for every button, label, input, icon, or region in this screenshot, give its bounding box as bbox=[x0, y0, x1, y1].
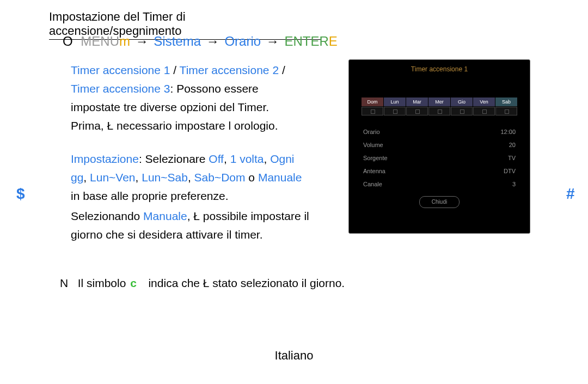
opt-sabdom: Sab~Dom bbox=[194, 171, 246, 184]
setting-value: 3 bbox=[512, 181, 516, 187]
breadcrumb-menu: MENU bbox=[81, 34, 119, 48]
note-c-icon: c bbox=[130, 277, 137, 289]
days-checkbox-row bbox=[349, 107, 530, 115]
setting-row-sorgente[interactable]: Sorgente TV bbox=[349, 151, 530, 164]
breadcrumb-sep-1: → bbox=[136, 34, 149, 48]
note-n: N bbox=[60, 277, 68, 289]
days-header-row: Dom Lun Mar Mer Gio Ven Sab bbox=[349, 97, 530, 106]
para2-o: o bbox=[246, 171, 258, 184]
setting-value: TV bbox=[508, 155, 516, 161]
day-head-mar[interactable]: Mar bbox=[406, 97, 428, 106]
timer-panel: Timer accensione 1 Dom Lun Mar Mer Gio V… bbox=[348, 59, 530, 234]
slash-2: / bbox=[279, 64, 285, 76]
breadcrumb-sistema: Sistema bbox=[154, 34, 201, 48]
day-checkbox[interactable] bbox=[428, 107, 450, 115]
c1: , bbox=[224, 153, 230, 165]
breadcrumb-orario: Orario bbox=[224, 34, 261, 48]
day-head-sab[interactable]: Sab bbox=[495, 97, 517, 106]
paragraph-1: Timer accensione 1 / Timer accensione 2 … bbox=[71, 61, 294, 135]
para2-rest1: in base alle proprie preferenze. bbox=[71, 190, 229, 202]
setting-label: Sorgente bbox=[363, 155, 388, 161]
day-checkbox[interactable] bbox=[473, 107, 495, 115]
opt-off: Off bbox=[209, 153, 224, 165]
setting-label: Orario bbox=[363, 129, 380, 135]
c3: , bbox=[83, 171, 90, 184]
opt-1volta: 1 volta bbox=[230, 153, 264, 165]
setting-row-antenna[interactable]: Antenna DTV bbox=[349, 164, 530, 178]
day-checkbox[interactable] bbox=[384, 107, 406, 115]
c4: , bbox=[136, 171, 142, 184]
opt-lunven: Lun~Ven bbox=[90, 171, 136, 184]
next-page-icon[interactable]: # bbox=[566, 185, 575, 203]
setting-row-volume[interactable]: Volume 20 bbox=[349, 138, 530, 151]
panel-title: Timer accensione 1 bbox=[349, 65, 530, 73]
breadcrumb-sep-2: → bbox=[206, 34, 219, 48]
timer1-link: Timer accensione 1 bbox=[71, 64, 170, 76]
day-checkbox[interactable] bbox=[406, 107, 428, 115]
timer3-link: Timer accensione 3 bbox=[71, 82, 170, 95]
setting-row-canale[interactable]: Canale 3 bbox=[349, 178, 530, 191]
setting-value: 12:00 bbox=[500, 129, 516, 135]
page: Impostazione del Timer di accensione/spe… bbox=[0, 0, 588, 384]
close-button[interactable]: Chiudi bbox=[419, 196, 460, 208]
breadcrumb-o: O bbox=[63, 34, 73, 48]
breadcrumb-enter: ENTER bbox=[284, 34, 328, 48]
note-pre: Il simbolo bbox=[78, 277, 126, 289]
setting-value: DTV bbox=[504, 168, 516, 174]
day-head-ven[interactable]: Ven bbox=[473, 97, 495, 106]
day-head-lun[interactable]: Lun bbox=[384, 97, 406, 106]
para3-pre: Selezionando bbox=[71, 210, 143, 222]
breadcrumb-m: m bbox=[119, 34, 130, 48]
breadcrumb-sep-3: → bbox=[266, 34, 279, 48]
note-rest: indica che Ł stato selezionato il giorno… bbox=[148, 277, 345, 289]
day-checkbox[interactable] bbox=[451, 107, 473, 115]
slash-1: / bbox=[170, 64, 179, 76]
footer-language: Italiano bbox=[0, 349, 588, 363]
para3-manuale: Manuale bbox=[143, 210, 187, 222]
day-checkbox[interactable] bbox=[495, 107, 517, 115]
breadcrumb-e: E bbox=[329, 34, 338, 48]
panel-settings: Orario 12:00 Volume 20 Sorgente TV Anten… bbox=[349, 125, 530, 191]
note-line: N Il simbolo c indica che Ł stato selezi… bbox=[60, 277, 345, 290]
opt-manuale: Manuale bbox=[258, 171, 302, 184]
c2: , bbox=[264, 153, 271, 165]
day-head-mer[interactable]: Mer bbox=[428, 97, 450, 106]
para2-colon: : Selezionare bbox=[139, 153, 209, 165]
setting-label: Volume bbox=[363, 142, 383, 148]
setting-label: Canale bbox=[363, 181, 382, 187]
paragraph-2: Impostazione: Selezionare Off, 1 volta, … bbox=[71, 150, 305, 205]
setting-label: Antenna bbox=[363, 168, 385, 174]
breadcrumb: O MENUm → Sistema → Orario → ENTERE bbox=[63, 34, 338, 49]
impostazione-label: Impostazione bbox=[71, 153, 139, 165]
day-checkbox[interactable] bbox=[362, 107, 383, 115]
setting-value: 20 bbox=[509, 142, 516, 148]
day-head-dom[interactable]: Dom bbox=[362, 97, 383, 106]
timer2-link: Timer accensione 2 bbox=[180, 64, 279, 76]
day-head-gio[interactable]: Gio bbox=[451, 97, 473, 106]
setting-row-orario[interactable]: Orario 12:00 bbox=[349, 125, 530, 138]
paragraph-3: Selezionando Manuale, Ł possibile impost… bbox=[71, 207, 338, 244]
prev-page-icon[interactable]: $ bbox=[16, 185, 25, 203]
opt-lunsab: Lun~Sab bbox=[142, 171, 188, 184]
c5: , bbox=[188, 171, 194, 184]
